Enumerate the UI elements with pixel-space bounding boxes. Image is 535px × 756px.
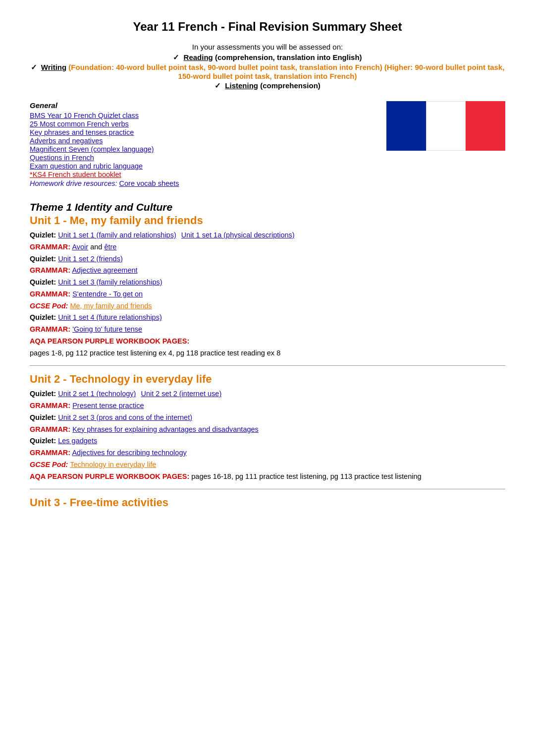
link-adjectives-technology[interactable]: Adjectives for describing technology (72, 449, 186, 457)
link-unit1-set2[interactable]: Unit 1 set 2 (friends) (58, 255, 123, 263)
french-flag (386, 101, 505, 151)
general-label: General (30, 101, 372, 110)
grammar-label-4: GRAMMAR: (30, 325, 70, 333)
unit1-quizlet-row4: Quizlet: Unit 1 set 4 (future relationsh… (30, 312, 505, 323)
unit1-grammar-row3: GRAMMAR: S'entendre - To get on (30, 289, 505, 300)
unit1-gcse-row: GCSE Pod: Me, my family and friends (30, 301, 505, 312)
aqa-label-1: AQA PEARSON PURPLE WORKBOOK PAGES: (30, 337, 189, 345)
link-ks4-booklet[interactable]: *KS4 French student booklet (30, 171, 372, 178)
unit1-grammar-row4: GRAMMAR: 'Going to' future tense (30, 324, 505, 335)
unit2-pages-text: pages 16-18, pg 111 practice test listen… (191, 472, 421, 480)
link-unit1-set1[interactable]: Unit 1 set 1 (family and relationships) (58, 231, 176, 239)
link-core-vocab[interactable]: Core vocab sheets (119, 179, 179, 187)
link-unit1-set3[interactable]: Unit 1 set 3 (family relationships) (58, 278, 162, 286)
page-title: Year 11 French - Final Revision Summary … (30, 20, 505, 34)
and-text-1: and (90, 243, 104, 251)
unit2-aqa-row: AQA PEARSON PURPLE WORKBOOK PAGES: pages… (30, 471, 505, 482)
unit2-quizlet-row3: Quizlet: Les gadgets (30, 436, 505, 447)
writing-check-item: ✓ Writing (Foundation: 40-word bullet po… (30, 63, 505, 80)
homework-line: Homework drive resources: Core vocab she… (30, 179, 372, 187)
check-mark-writing: ✓ (31, 63, 37, 71)
theme1-title: Theme 1 Identity and Culture (30, 201, 505, 213)
flag-white (426, 101, 466, 151)
grammar-label-u2-1: GRAMMAR: (30, 402, 70, 409)
check-mark-listening: ✓ (214, 81, 221, 90)
listening-label: Listening (225, 81, 258, 90)
check-mark-reading: ✓ (173, 53, 179, 61)
link-etre[interactable]: être (104, 243, 116, 251)
link-unit2-set2[interactable]: Unit 2 set 2 (internet use) (141, 390, 221, 398)
link-gcse-pod-1[interactable]: Me, my family and friends (70, 302, 152, 310)
unit3-title: Unit 3 - Free-time activities (30, 496, 505, 509)
grammar-label-3: GRAMMAR: (30, 290, 70, 298)
link-unit2-set1[interactable]: Unit 2 set 1 (technology) (58, 390, 136, 398)
unit2-content: Quizlet: Unit 2 set 1 (technology) Unit … (30, 389, 505, 482)
unit2-grammar-row2: GRAMMAR: Key phrases for explaining adva… (30, 424, 505, 435)
flag-blue (386, 101, 426, 151)
link-bms-quizlet[interactable]: BMS Year 10 French Quizlet class (30, 112, 372, 119)
writing-desc: (Foundation: 40-word bullet point task, … (68, 63, 504, 80)
unit1-content: Quizlet: Unit 1 set 1 (family and relati… (30, 230, 505, 358)
general-links: General BMS Year 10 French Quizlet class… (30, 101, 372, 187)
link-questions[interactable]: Questions in French (30, 154, 372, 162)
link-adjective-agreement[interactable]: Adjective agreement (72, 266, 137, 274)
link-key-phrases[interactable]: Key phrases and tenses practice (30, 128, 372, 136)
reading-check-item: ✓ Reading (comprehension, translation in… (30, 53, 505, 62)
listening-desc: (comprehension) (260, 81, 321, 90)
unit1-quizlet-row1: Quizlet: Unit 1 set 1 (family and relati… (30, 230, 505, 241)
unit1-aqa-row: AQA PEARSON PURPLE WORKBOOK PAGES: (30, 336, 505, 347)
reading-label: Reading (184, 53, 213, 61)
grammar-label-2: GRAMMAR: (30, 266, 70, 274)
homework-label: Homework drive resources: (30, 179, 117, 187)
grammar-label-1: GRAMMAR: (30, 243, 70, 251)
writing-label: Writing (41, 63, 66, 71)
quizlet-label-1: Quizlet: (30, 231, 56, 239)
link-exam-rubric[interactable]: Exam question and rubric language (30, 162, 372, 170)
unit1-title: Unit 1 - Me, my family and friends (30, 214, 505, 227)
quizlet-label-u2-1: Quizlet: (30, 390, 56, 398)
link-key-phrases-adv[interactable]: Key phrases for explaining advantages an… (72, 425, 259, 433)
divider-2 (30, 489, 505, 489)
assessed-section: In your assessments you will be assessed… (30, 43, 505, 90)
quizlet-label-u2-3: Quizlet: (30, 437, 56, 445)
link-gcse-pod-2[interactable]: Technology in everyday life (70, 461, 156, 468)
link-going-to[interactable]: 'Going to' future tense (72, 325, 142, 333)
quizlet-label-2: Quizlet: (30, 255, 56, 263)
assessed-intro: In your assessments you will be assessed… (30, 43, 505, 51)
unit2-grammar-row3: GRAMMAR: Adjectives for describing techn… (30, 448, 505, 459)
gcse-label-1: GCSE Pod: (30, 302, 68, 310)
unit2-gcse-row: GCSE Pod: Technology in everyday life (30, 460, 505, 470)
quizlet-label-3: Quizlet: (30, 278, 56, 286)
quizlet-label-u2-2: Quizlet: (30, 413, 56, 421)
unit2-grammar-row1: GRAMMAR: Present tense practice (30, 401, 505, 411)
link-sentendre[interactable]: S'entendre - To get on (72, 290, 143, 298)
listening-check-item: ✓ Listening (comprehension) (30, 81, 505, 90)
link-magnificent-seven[interactable]: Magnificent Seven (complex language) (30, 145, 372, 153)
grammar-label-u2-3: GRAMMAR: (30, 449, 70, 457)
gcse-label-2: GCSE Pod: (30, 461, 68, 468)
unit2-quizlet-row1: Quizlet: Unit 2 set 1 (technology) Unit … (30, 389, 505, 400)
link-25-verbs[interactable]: 25 Most common French verbs (30, 120, 372, 128)
link-unit1-set1a[interactable]: Unit 1 set 1a (physical descriptions) (181, 231, 295, 239)
unit2-quizlet-row2: Quizlet: Unit 2 set 3 (pros and cons of … (30, 412, 505, 423)
unit1-quizlet-row2: Quizlet: Unit 1 set 2 (friends) (30, 254, 505, 265)
general-section: General BMS Year 10 French Quizlet class… (30, 101, 505, 187)
reading-desc: (comprehension, translation into English… (215, 53, 362, 61)
link-unit1-set4[interactable]: Unit 1 set 4 (future relationships) (58, 313, 162, 321)
unit2-title: Unit 2 - Technology in everyday life (30, 373, 505, 386)
link-adverbs[interactable]: Adverbs and negatives (30, 137, 372, 145)
link-present-tense[interactable]: Present tense practice (72, 402, 144, 409)
link-unit2-set3[interactable]: Unit 2 set 3 (pros and cons of the inter… (58, 413, 192, 421)
grammar-label-u2-2: GRAMMAR: (30, 425, 70, 433)
link-les-gadgets[interactable]: Les gadgets (58, 437, 97, 445)
unit1-grammar-row1: GRAMMAR: Avoir and être (30, 242, 505, 253)
link-avoir[interactable]: Avoir (72, 243, 88, 251)
aqa-label-2: AQA PEARSON PURPLE WORKBOOK PAGES: (30, 472, 189, 480)
unit1-pages-text: pages 1-8, pg 112 practice test listenin… (30, 348, 505, 359)
quizlet-label-4: Quizlet: (30, 313, 56, 321)
divider-1 (30, 365, 505, 366)
unit1-grammar-row2: GRAMMAR: Adjective agreement (30, 265, 505, 276)
flag-red (466, 101, 505, 151)
unit1-quizlet-row3: Quizlet: Unit 1 set 3 (family relationsh… (30, 277, 505, 288)
